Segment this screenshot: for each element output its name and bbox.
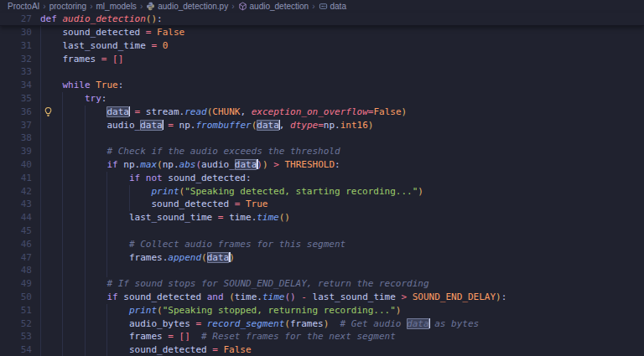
- indent-guide: [85, 330, 86, 343]
- indent-guide: [106, 185, 107, 199]
- code-token: THRESHOLD: [284, 159, 335, 170]
- code-line-30: 30sound_detected = False: [0, 26, 644, 39]
- line-number[interactable]: 45: [0, 224, 32, 238]
- code-token: time: [262, 292, 285, 302]
- line-number[interactable]: 53: [0, 330, 32, 343]
- code-line-47: 47frames.append(data): [0, 251, 644, 265]
- indent-guide: [85, 119, 86, 132]
- line-number[interactable]: 48: [0, 264, 32, 277]
- code-line-content[interactable]: # Collect audio frames for this segment: [129, 238, 345, 251]
- line-number[interactable]: 30: [0, 26, 32, 39]
- indent-guide: [62, 106, 63, 119]
- line-number[interactable]: 34: [0, 79, 32, 92]
- code-line-content[interactable]: frames.append(data): [129, 251, 235, 265]
- code-line-content[interactable]: audio_data = np.frombuffer(data, dtype=n…: [106, 119, 373, 132]
- line-number[interactable]: 39: [0, 145, 32, 158]
- breadcrumb-item-proctoring[interactable]: proctoring: [49, 2, 86, 11]
- code-token: ): [229, 252, 235, 263]
- line-number[interactable]: 41: [0, 172, 32, 185]
- breadcrumb-item-audio-detection[interactable]: audio_detection: [238, 2, 309, 11]
- code-token: =: [146, 40, 163, 51]
- selected-occurrence: data: [235, 159, 257, 170]
- code-line-content[interactable]: try:: [85, 92, 107, 106]
- code-line-content[interactable]: last_sound_time = time.time(): [129, 211, 290, 224]
- indent-guide: [85, 145, 86, 158]
- lightbulb-icon[interactable]: [43, 106, 54, 117]
- code-line-content[interactable]: if sound_detected and (time.time() - las…: [106, 291, 506, 304]
- indent-guide: [85, 172, 86, 185]
- code-token: ,: [279, 120, 290, 131]
- indent-guide: [40, 132, 41, 145]
- code-token: sound_detected: [123, 292, 201, 302]
- code-line-content[interactable]: if np.max(np.abs(audio_data)) > THRESHOL…: [106, 158, 340, 172]
- indent-guide: [40, 330, 41, 343]
- code-token: # Get audio: [329, 318, 407, 329]
- code-line-content[interactable]: def audio_detection():: [40, 13, 163, 26]
- breadcrumb-item-proctoai[interactable]: ProctoAI: [8, 2, 39, 11]
- code-line-content[interactable]: sound_detected = False: [62, 26, 184, 39]
- code-token: append: [168, 252, 201, 263]
- line-number[interactable]: 50: [0, 291, 32, 304]
- indent-guide: [40, 172, 41, 185]
- line-number[interactable]: 32: [0, 53, 32, 66]
- line-number[interactable]: 42: [0, 185, 32, 199]
- line-number[interactable]: 52: [0, 317, 32, 331]
- breadcrumb-item-audio-detection-py[interactable]: audio_detection.py: [146, 2, 228, 11]
- code-line-content[interactable]: if not sound_detected:: [129, 172, 252, 185]
- indent-guide: [40, 158, 41, 172]
- sticky-scroll-line[interactable]: 27def audio_detection():: [0, 13, 644, 26]
- code-line-content[interactable]: audio_bytes = record_segment(frames) # G…: [129, 317, 479, 331]
- code-token: sound_detected: [168, 173, 246, 183]
- code-line-content[interactable]: sound_detected = True: [151, 198, 267, 211]
- code-token: (: [284, 318, 290, 329]
- code-token: sound_detected: [62, 27, 140, 38]
- line-number[interactable]: 33: [0, 65, 32, 79]
- line-number[interactable]: 43: [0, 198, 32, 211]
- code-token: (: [157, 305, 163, 316]
- breadcrumb-item-ml-models[interactable]: ml_models: [96, 2, 137, 11]
- code-line-content[interactable]: last_sound_time = 0: [62, 39, 168, 53]
- code-line-content[interactable]: sound_detected = False: [129, 343, 252, 356]
- line-number[interactable]: 27: [0, 13, 32, 26]
- code-line-54: 54sound_detected = False: [0, 343, 644, 356]
- code-token: .: [174, 159, 179, 170]
- line-number[interactable]: 37: [0, 119, 32, 132]
- breadcrumb-item-data[interactable]: data: [319, 2, 346, 11]
- line-number[interactable]: 44: [0, 211, 32, 224]
- code-line-content[interactable]: print("Speaking stopped, returning recor…: [129, 304, 402, 317]
- indent-guide: [40, 92, 41, 106]
- code-token: while: [62, 80, 96, 90]
- line-number[interactable]: 40: [0, 158, 32, 172]
- line-number[interactable]: 36: [0, 106, 32, 119]
- code-token: last_sound_time: [62, 40, 145, 51]
- code-line-content[interactable]: data = stream.read(CHUNK, exception_on_o…: [106, 106, 407, 119]
- breadcrumb-label: data: [330, 2, 346, 11]
- code-token: audio_: [106, 120, 140, 131]
- code-line-content[interactable]: frames = []: [62, 53, 123, 66]
- code-line-content[interactable]: while True:: [62, 79, 123, 92]
- code-token: int16: [340, 120, 368, 131]
- line-number[interactable]: 46: [0, 238, 32, 251]
- code-line-content[interactable]: # Check if the audio exceeds the thresho…: [106, 145, 340, 158]
- line-number[interactable]: 38: [0, 132, 32, 145]
- line-number[interactable]: 49: [0, 277, 32, 291]
- code-token: ): [368, 120, 374, 131]
- line-number[interactable]: 31: [0, 39, 32, 53]
- line-number[interactable]: 51: [0, 304, 32, 317]
- indent-guide: [62, 317, 63, 331]
- code-token: try: [85, 93, 101, 104]
- code-token: =: [212, 212, 229, 223]
- selected-occurrence: data: [140, 120, 163, 131]
- line-number[interactable]: 54: [0, 343, 32, 356]
- code-token: False: [224, 344, 252, 355]
- code-line-content[interactable]: frames = [] # Reset frames for the next …: [129, 330, 396, 343]
- line-number[interactable]: 47: [0, 251, 32, 265]
- line-number[interactable]: 35: [0, 92, 32, 106]
- code-line-35: 35try:: [0, 92, 644, 106]
- code-line-content[interactable]: print("Speaking detected, starting recor…: [151, 185, 423, 199]
- code-token: ): [402, 106, 408, 117]
- code-token: # Collect audio frames for this segment: [129, 239, 345, 250]
- code-token: =: [207, 344, 224, 355]
- code-line-content[interactable]: # If sound stops for SOUND_END_DELAY, re…: [106, 277, 428, 291]
- code-token: frombuffer: [195, 120, 251, 131]
